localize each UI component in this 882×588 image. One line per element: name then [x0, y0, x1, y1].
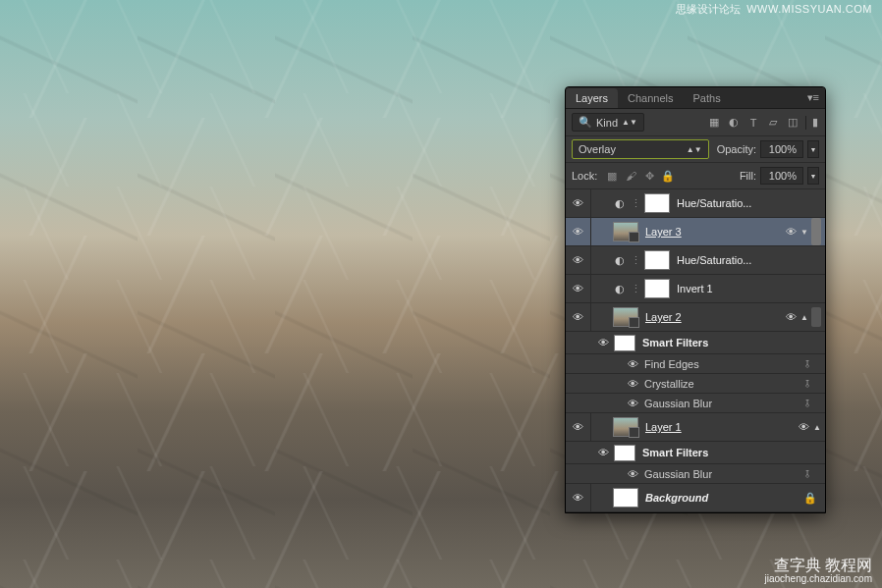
filter-kind-dropdown[interactable]: 🔍 Kind ▲▼	[572, 113, 644, 132]
layer-row[interactable]: 👁 ◐ ⋮ Hue/Saturatio...	[566, 189, 825, 218]
layer-row[interactable]: 👁 Layer 1 👁▲	[566, 413, 825, 442]
dropdown-arrows-icon: ▲▼	[622, 118, 637, 127]
filter-name: Find Edges	[644, 358, 699, 370]
smart-filter-mask-thumb[interactable]	[614, 445, 635, 461]
layer-name[interactable]: Layer 1	[645, 421, 682, 433]
visibility-toggle-icon[interactable]: 👁	[570, 311, 585, 323]
filter-shape-icon[interactable]: ▱	[766, 116, 780, 130]
layer-row[interactable]: 👁 Layer 3 👁▼	[566, 218, 825, 246]
layer-thumb[interactable]	[613, 222, 638, 241]
layer-name[interactable]: Background	[645, 492, 708, 504]
layer-thumb[interactable]	[613, 417, 638, 437]
filter-name: Gaussian Blur	[644, 468, 712, 480]
panel-menu-icon[interactable]: ▾≡	[801, 91, 825, 104]
smart-filter-mask-thumb[interactable]	[614, 335, 635, 351]
scrollbar-track[interactable]	[811, 307, 821, 327]
fx-visibility-icon[interactable]: 👁	[784, 226, 798, 238]
layer-name[interactable]: Hue/Saturatio...	[677, 197, 751, 209]
fx-expand-icon[interactable]: ▲	[813, 423, 821, 432]
visibility-toggle-icon[interactable]: 👁	[595, 337, 611, 348]
fx-expand-icon[interactable]: ▲	[800, 313, 808, 322]
visibility-toggle-icon[interactable]: 👁	[570, 283, 585, 294]
layers-panel: Layers Channels Paths ▾≡ 🔍 Kind ▲▼ ▦ ◐ T…	[565, 86, 826, 513]
layer-thumb[interactable]	[613, 307, 638, 327]
layer-thumb[interactable]	[613, 488, 638, 508]
mask-link-icon[interactable]: ⋮	[630, 196, 641, 210]
smart-filters-row[interactable]: 👁 Smart Filters	[566, 442, 825, 464]
filter-entry[interactable]: 👁 Find Edges ⫱	[566, 354, 825, 374]
filter-entry[interactable]: 👁 Gaussian Blur ⫱	[566, 394, 825, 413]
lock-position-icon[interactable]: ✥	[642, 169, 656, 183]
visibility-toggle-icon[interactable]: 👁	[625, 358, 640, 370]
fill-label: Fill:	[740, 170, 756, 182]
adjustment-icon: ◐	[613, 196, 627, 210]
filter-name: Crystallize	[644, 378, 694, 390]
tab-layers[interactable]: Layers	[566, 88, 618, 108]
filter-edit-icon[interactable]: ⫱	[805, 377, 819, 390]
filter-entry[interactable]: 👁 Crystallize ⫱	[566, 374, 825, 394]
filter-type-icon[interactable]: T	[746, 116, 760, 130]
smart-filters-row[interactable]: 👁 Smart Filters	[566, 332, 825, 354]
tab-paths[interactable]: Paths	[684, 88, 731, 108]
visibility-toggle-icon[interactable]: 👁	[625, 378, 640, 390]
fx-visibility-icon[interactable]: 👁	[784, 311, 798, 323]
fill-input[interactable]: 100%	[760, 167, 803, 185]
filter-edit-icon[interactable]: ⫱	[805, 357, 819, 370]
adjustment-icon: ◐	[613, 282, 627, 295]
blend-mode-value: Overlay	[579, 143, 616, 155]
layer-mask-thumb[interactable]	[644, 250, 670, 270]
layer-mask-thumb[interactable]	[644, 279, 670, 298]
dropdown-arrows-icon: ▲▼	[687, 145, 702, 154]
smart-filters-label: Smart Filters	[642, 447, 708, 458]
layer-row[interactable]: 👁 Layer 2 👁▲	[566, 303, 825, 332]
smart-filters-label: Smart Filters	[642, 337, 708, 348]
watermark-top-right: 思缘设计论坛 WWW.MISSYUAN.COM	[676, 4, 872, 15]
filter-edit-icon[interactable]: ⫱	[805, 397, 819, 409]
filter-edit-icon[interactable]: ⫱	[805, 467, 819, 480]
visibility-toggle-icon[interactable]: 👁	[570, 492, 585, 504]
fx-visibility-icon[interactable]: 👁	[797, 421, 810, 433]
mask-link-icon[interactable]: ⋮	[630, 282, 641, 295]
visibility-toggle-icon[interactable]: 👁	[570, 197, 585, 209]
visibility-toggle-icon[interactable]: 👁	[570, 421, 585, 433]
layer-row[interactable]: 👁 ◐ ⋮ Invert 1	[566, 275, 825, 303]
scrollbar-thumb[interactable]	[811, 218, 821, 245]
filter-toggle-icon[interactable]: ▮	[805, 116, 819, 130]
visibility-toggle-icon[interactable]: 👁	[570, 226, 585, 238]
layer-row[interactable]: 👁 Background 🔒	[566, 484, 825, 512]
filter-icons: ▦ ◐ T ▱ ◫ ▮	[707, 116, 819, 130]
adjustment-icon: ◐	[613, 253, 627, 267]
fill-stepper[interactable]: ▼	[807, 167, 819, 185]
filter-name: Gaussian Blur	[644, 398, 712, 409]
layer-name[interactable]: Invert 1	[677, 283, 713, 294]
filter-kind-label: Kind	[596, 117, 618, 129]
opacity-input[interactable]: 100%	[760, 140, 803, 158]
layer-mask-thumb[interactable]	[644, 193, 670, 213]
visibility-toggle-icon[interactable]: 👁	[570, 254, 585, 266]
layer-name[interactable]: Hue/Saturatio...	[677, 254, 751, 266]
lock-all-icon[interactable]: 🔒	[661, 169, 675, 183]
panel-tabs: Layers Channels Paths ▾≡	[566, 87, 825, 109]
search-icon: 🔍	[579, 116, 592, 129]
lock-label: Lock:	[572, 170, 597, 182]
mask-link-icon[interactable]: ⋮	[630, 253, 641, 267]
filter-smart-icon[interactable]: ◫	[786, 116, 799, 130]
visibility-toggle-icon[interactable]: 👁	[595, 447, 611, 458]
filter-adjustment-icon[interactable]: ◐	[727, 116, 741, 130]
opacity-label: Opacity:	[717, 143, 756, 155]
blend-row: Overlay ▲▼ Opacity: 100% ▼	[566, 136, 825, 163]
tab-channels[interactable]: Channels	[618, 88, 683, 108]
layer-name[interactable]: Layer 3	[645, 226, 682, 238]
blend-mode-dropdown[interactable]: Overlay ▲▼	[572, 139, 709, 159]
layer-name[interactable]: Layer 2	[645, 311, 682, 323]
opacity-stepper[interactable]: ▼	[807, 140, 819, 158]
lock-transparent-icon[interactable]: ▩	[605, 169, 619, 183]
filter-pixel-icon[interactable]: ▦	[707, 116, 721, 130]
layer-row[interactable]: 👁 ◐ ⋮ Hue/Saturatio...	[566, 246, 825, 275]
visibility-toggle-icon[interactable]: 👁	[625, 398, 640, 409]
fx-expand-icon[interactable]: ▼	[800, 228, 808, 237]
lock-pixels-icon[interactable]: 🖌	[624, 169, 637, 183]
filter-entry[interactable]: 👁 Gaussian Blur ⫱	[566, 464, 825, 484]
visibility-toggle-icon[interactable]: 👁	[625, 468, 640, 480]
layers-list: 👁 ◐ ⋮ Hue/Saturatio... 👁 Layer 3 👁▼ 👁 ◐ …	[566, 189, 825, 512]
